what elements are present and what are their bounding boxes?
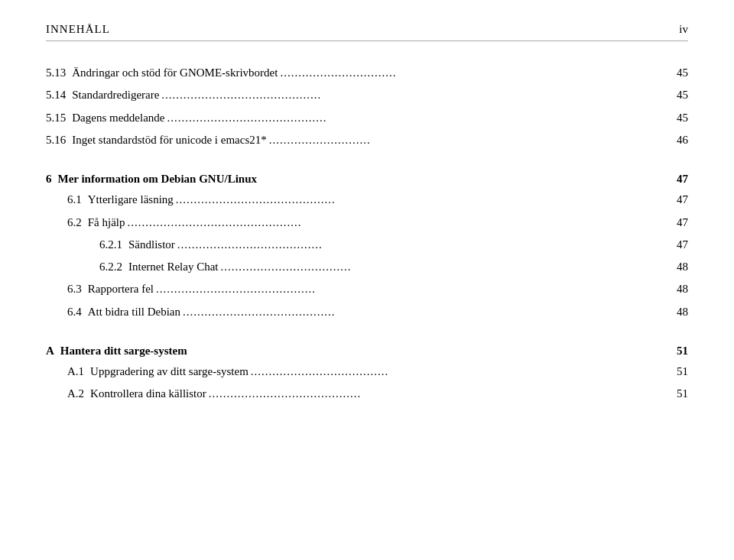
entry-label: A	[46, 342, 54, 360]
toc-entry-6-2.1: 6.2.1Sändlistor.........................…	[46, 236, 688, 255]
entry-dots: ........................................…	[161, 86, 663, 104]
entry-page: 48	[665, 280, 688, 298]
entry-dots: ........................................…	[156, 280, 663, 298]
entry-label: 6.2.1	[99, 236, 122, 254]
entry-page: 51	[665, 363, 688, 380]
entry-label: 6.2	[67, 214, 82, 231]
entry-dots: ........................................	[177, 236, 663, 254]
header-page: iv	[679, 23, 688, 36]
toc-entry-5-15: 5.15Dagens meddelande...................…	[46, 109, 688, 128]
header-title: INNEHÅLL	[46, 23, 110, 36]
entry-label: 5.13	[46, 64, 66, 82]
entry-dots: ........................................…	[209, 385, 663, 403]
toc-entry-5-13: 5.13Ändringar och stöd för GNOME-skrivbo…	[46, 64, 688, 83]
entry-page: 47	[665, 214, 688, 231]
entry-page: 45	[665, 109, 688, 127]
entry-label: A.1	[67, 363, 84, 380]
entry-label: 5.16	[46, 131, 66, 149]
page-header: INNEHÅLL iv	[46, 23, 688, 41]
entry-page: 48	[665, 303, 688, 321]
toc-container: 5.13Ändringar och stöd för GNOME-skrivbo…	[46, 64, 688, 405]
entry-text: Kontrollera dina källistor	[90, 385, 206, 403]
toc-entry-a: AHantera ditt sarge-system51	[46, 342, 688, 360]
entry-dots: ............................	[269, 131, 663, 149]
toc-entry-6-4: 6.4Att bidra till Debian................…	[46, 303, 688, 322]
entry-label: A.2	[67, 385, 84, 403]
entry-dots: ........................................…	[183, 303, 663, 321]
entry-text: Dagens meddelande	[72, 109, 164, 127]
toc-entry-6-2.2: 6.2.2Internet Relay Chat................…	[46, 258, 688, 277]
toc-entry-5-14: 5.14Standardredigerare..................…	[46, 86, 688, 105]
entry-text: Ändringar och stöd för GNOME-skrivbordet	[72, 64, 278, 82]
entry-page: 45	[665, 86, 688, 104]
entry-page: 47	[665, 170, 688, 188]
entry-page: 51	[665, 385, 688, 403]
toc-entry-a-2: A.2Kontrollera dina källistor...........…	[46, 385, 688, 404]
toc-entry-a-1: A.1Uppgradering av ditt sarge-system....…	[46, 363, 688, 382]
entry-text: Ytterligare läsning	[88, 191, 174, 209]
toc-entry-5-16: 5.16Inget standardstöd för unicode i ema…	[46, 131, 688, 151]
entry-text: Att bidra till Debian	[88, 303, 180, 321]
entry-page: 47	[665, 191, 688, 209]
entry-dots: ................................	[280, 64, 663, 82]
entry-label: 5.15	[46, 109, 66, 127]
toc-entry-6: 6Mer information om Debian GNU/Linux47	[46, 170, 688, 188]
entry-label: 6.2.2	[99, 258, 122, 276]
entry-text: Mer information om Debian GNU/Linux	[58, 170, 258, 188]
entry-dots: ........................................…	[128, 214, 664, 231]
entry-text: Inget standardstöd för unicode i emacs21…	[72, 131, 267, 149]
toc-entry-6-1: 6.1Ytterligare läsning..................…	[46, 191, 688, 210]
entry-text: Standardredigerare	[72, 86, 159, 104]
entry-dots: ........................................…	[167, 109, 663, 127]
toc-entry-6-3: 6.3Rapportera fel.......................…	[46, 280, 688, 299]
toc-entry-6-2: 6.2Få hjälp.............................…	[46, 214, 688, 233]
entry-label: 6	[46, 170, 52, 188]
entry-text: Få hjälp	[88, 214, 125, 231]
entry-page: 51	[665, 342, 688, 360]
entry-label: 5.14	[46, 86, 66, 104]
entry-dots: ........................................…	[176, 191, 663, 209]
entry-text: Sändlistor	[128, 236, 175, 254]
entry-text: Rapportera fel	[88, 280, 154, 298]
entry-text: Uppgradering av ditt sarge-system	[90, 363, 248, 380]
entry-page: 48	[665, 258, 688, 276]
entry-dots: ......................................	[251, 363, 663, 380]
entry-text: Hantera ditt sarge-system	[60, 342, 187, 360]
entry-text: Internet Relay Chat	[128, 258, 218, 276]
entry-page: 47	[665, 236, 688, 254]
entry-dots: ....................................	[220, 258, 663, 276]
entry-label: 6.1	[67, 191, 82, 209]
entry-label: 6.4	[67, 303, 82, 321]
entry-label: 6.3	[67, 280, 82, 298]
entry-page: 45	[665, 64, 688, 82]
entry-page: 46	[665, 131, 688, 149]
